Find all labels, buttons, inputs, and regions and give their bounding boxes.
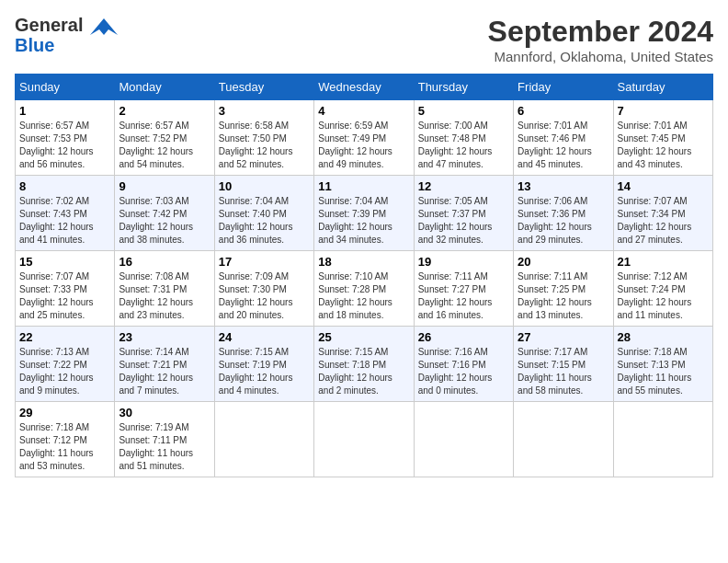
day-number: 22 [19, 330, 110, 344]
day-info: Sunrise: 7:03 AMSunset: 7:42 PMDaylight:… [119, 196, 193, 245]
calendar-cell: 2Sunrise: 6:57 AMSunset: 7:52 PMDaylight… [115, 100, 214, 176]
day-number: 8 [19, 179, 110, 193]
day-number: 30 [119, 406, 210, 419]
calendar-cell [613, 402, 712, 477]
calendar-cell: 20Sunrise: 7:11 AMSunset: 7:25 PMDayligh… [514, 251, 613, 327]
day-info: Sunrise: 7:11 AMSunset: 7:25 PMDaylight:… [518, 271, 592, 320]
day-info: Sunrise: 7:12 AMSunset: 7:24 PMDaylight:… [618, 271, 692, 320]
day-info: Sunrise: 7:04 AMSunset: 7:39 PMDaylight:… [318, 196, 392, 245]
calendar-cell: 3Sunrise: 6:58 AMSunset: 7:50 PMDaylight… [214, 100, 313, 176]
day-number: 1 [19, 104, 110, 118]
calendar-cell: 16Sunrise: 7:08 AMSunset: 7:31 PMDayligh… [115, 251, 214, 327]
day-info: Sunrise: 7:18 AMSunset: 7:12 PMDaylight:… [19, 422, 94, 471]
title-area: September 2024 Mannford, Oklahoma, Unite… [488, 15, 713, 64]
day-number: 29 [19, 406, 110, 419]
week-row-3: 15Sunrise: 7:07 AMSunset: 7:33 PMDayligh… [16, 251, 713, 327]
day-number: 24 [219, 330, 310, 344]
day-number: 2 [119, 104, 210, 118]
calendar-cell: 25Sunrise: 7:15 AMSunset: 7:18 PMDayligh… [314, 327, 414, 402]
day-number: 5 [418, 104, 509, 118]
calendar-cell: 10Sunrise: 7:04 AMSunset: 7:40 PMDayligh… [214, 176, 313, 251]
col-header-wednesday: Wednesday [314, 75, 414, 100]
calendar-cell: 8Sunrise: 7:02 AMSunset: 7:43 PMDaylight… [16, 176, 115, 251]
day-info: Sunrise: 7:15 AMSunset: 7:18 PMDaylight:… [318, 347, 392, 396]
day-number: 4 [318, 104, 409, 118]
day-number: 28 [618, 330, 709, 344]
day-number: 7 [618, 104, 709, 118]
day-number: 9 [119, 179, 210, 193]
col-header-tuesday: Tuesday [214, 75, 313, 100]
day-info: Sunrise: 7:00 AMSunset: 7:48 PMDaylight:… [418, 121, 493, 169]
calendar-cell [414, 402, 513, 477]
week-row-5: 29Sunrise: 7:18 AMSunset: 7:12 PMDayligh… [16, 402, 713, 477]
day-info: Sunrise: 6:57 AMSunset: 7:52 PMDaylight:… [119, 121, 193, 169]
day-number: 27 [518, 330, 609, 344]
col-header-sunday: Sunday [16, 75, 115, 100]
day-info: Sunrise: 7:18 AMSunset: 7:13 PMDaylight:… [618, 347, 692, 396]
col-header-monday: Monday [115, 75, 214, 100]
calendar-cell: 24Sunrise: 7:15 AMSunset: 7:19 PMDayligh… [214, 327, 313, 402]
col-header-thursday: Thursday [414, 75, 513, 100]
logo: General Blue [15, 15, 118, 55]
calendar-cell: 19Sunrise: 7:11 AMSunset: 7:27 PMDayligh… [414, 251, 513, 327]
calendar-cell: 17Sunrise: 7:09 AMSunset: 7:30 PMDayligh… [214, 251, 313, 327]
day-info: Sunrise: 7:07 AMSunset: 7:34 PMDaylight:… [618, 196, 692, 245]
day-info: Sunrise: 6:59 AMSunset: 7:49 PMDaylight:… [318, 121, 392, 169]
calendar-cell: 11Sunrise: 7:04 AMSunset: 7:39 PMDayligh… [314, 176, 414, 251]
header: General Blue September 2024 Mannford, Ok… [15, 15, 713, 64]
day-info: Sunrise: 7:01 AMSunset: 7:46 PMDaylight:… [518, 121, 592, 169]
day-info: Sunrise: 7:09 AMSunset: 7:30 PMDaylight:… [219, 271, 293, 320]
calendar-cell: 15Sunrise: 7:07 AMSunset: 7:33 PMDayligh… [16, 251, 115, 327]
calendar-cell: 4Sunrise: 6:59 AMSunset: 7:49 PMDaylight… [314, 100, 414, 176]
day-number: 11 [318, 179, 409, 193]
calendar-cell: 21Sunrise: 7:12 AMSunset: 7:24 PMDayligh… [613, 251, 712, 327]
calendar-cell [214, 402, 313, 477]
week-row-4: 22Sunrise: 7:13 AMSunset: 7:22 PMDayligh… [16, 327, 713, 402]
day-info: Sunrise: 7:11 AMSunset: 7:27 PMDaylight:… [418, 271, 493, 320]
calendar-cell: 5Sunrise: 7:00 AMSunset: 7:48 PMDaylight… [414, 100, 513, 176]
calendar-cell: 14Sunrise: 7:07 AMSunset: 7:34 PMDayligh… [613, 176, 712, 251]
svg-marker-0 [90, 18, 118, 35]
day-info: Sunrise: 7:07 AMSunset: 7:33 PMDaylight:… [19, 271, 94, 320]
day-info: Sunrise: 6:57 AMSunset: 7:53 PMDaylight:… [19, 121, 94, 169]
day-info: Sunrise: 7:08 AMSunset: 7:31 PMDaylight:… [119, 271, 193, 320]
calendar-cell: 6Sunrise: 7:01 AMSunset: 7:46 PMDaylight… [514, 100, 613, 176]
col-header-saturday: Saturday [613, 75, 712, 100]
calendar-cell: 12Sunrise: 7:05 AMSunset: 7:37 PMDayligh… [414, 176, 513, 251]
calendar-cell: 18Sunrise: 7:10 AMSunset: 7:28 PMDayligh… [314, 251, 414, 327]
day-info: Sunrise: 7:06 AMSunset: 7:36 PMDaylight:… [518, 196, 592, 245]
day-number: 26 [418, 330, 509, 344]
day-number: 20 [518, 255, 609, 269]
day-info: Sunrise: 7:16 AMSunset: 7:16 PMDaylight:… [418, 347, 493, 396]
day-info: Sunrise: 7:05 AMSunset: 7:37 PMDaylight:… [418, 196, 493, 245]
col-header-friday: Friday [514, 75, 613, 100]
day-number: 10 [219, 179, 310, 193]
day-info: Sunrise: 6:58 AMSunset: 7:50 PMDaylight:… [219, 121, 293, 169]
day-number: 12 [418, 179, 509, 193]
calendar-cell: 30Sunrise: 7:19 AMSunset: 7:11 PMDayligh… [115, 402, 214, 477]
calendar-cell: 27Sunrise: 7:17 AMSunset: 7:15 PMDayligh… [514, 327, 613, 402]
day-info: Sunrise: 7:01 AMSunset: 7:45 PMDaylight:… [618, 121, 692, 169]
day-info: Sunrise: 7:10 AMSunset: 7:28 PMDaylight:… [318, 271, 392, 320]
day-info: Sunrise: 7:19 AMSunset: 7:11 PMDaylight:… [119, 422, 193, 471]
day-number: 3 [219, 104, 310, 118]
calendar-cell: 9Sunrise: 7:03 AMSunset: 7:42 PMDaylight… [115, 176, 214, 251]
month-title: September 2024 [488, 15, 713, 49]
day-number: 16 [119, 255, 210, 269]
logo-bird-icon [90, 18, 118, 35]
day-number: 23 [119, 330, 210, 344]
calendar-cell: 13Sunrise: 7:06 AMSunset: 7:36 PMDayligh… [514, 176, 613, 251]
calendar-cell: 28Sunrise: 7:18 AMSunset: 7:13 PMDayligh… [613, 327, 712, 402]
day-info: Sunrise: 7:15 AMSunset: 7:19 PMDaylight:… [219, 347, 293, 396]
day-number: 18 [318, 255, 409, 269]
day-info: Sunrise: 7:14 AMSunset: 7:21 PMDaylight:… [119, 347, 193, 396]
day-info: Sunrise: 7:04 AMSunset: 7:40 PMDaylight:… [219, 196, 293, 245]
calendar-cell [314, 402, 414, 477]
logo-line2: Blue [15, 35, 118, 55]
calendar-cell: 1Sunrise: 6:57 AMSunset: 7:53 PMDaylight… [16, 100, 115, 176]
calendar-cell: 29Sunrise: 7:18 AMSunset: 7:12 PMDayligh… [16, 402, 115, 477]
week-row-1: 1Sunrise: 6:57 AMSunset: 7:53 PMDaylight… [16, 100, 713, 176]
day-number: 25 [318, 330, 409, 344]
day-number: 15 [19, 255, 110, 269]
calendar-cell: 26Sunrise: 7:16 AMSunset: 7:16 PMDayligh… [414, 327, 513, 402]
